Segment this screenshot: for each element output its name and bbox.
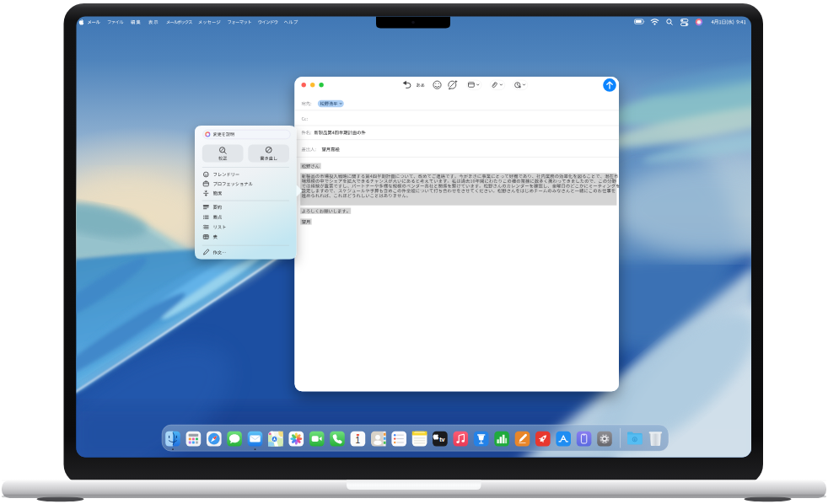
svg-text:tv: tv	[439, 436, 444, 443]
svg-text:1: 1	[356, 436, 361, 445]
